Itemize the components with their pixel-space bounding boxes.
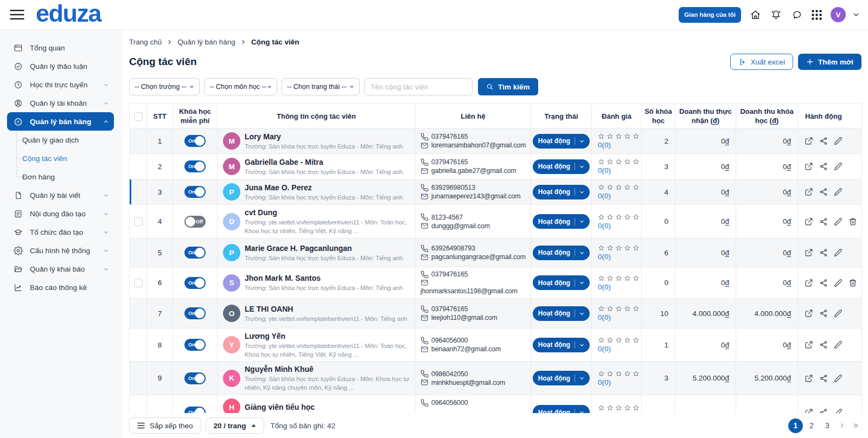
open-action-icon[interactable] [805, 374, 813, 383]
export-excel-button[interactable]: Xuất excel [730, 54, 793, 70]
open-action-icon[interactable] [805, 188, 813, 196]
sidebar-item-4[interactable]: Quản lý tài khoản [7, 94, 114, 112]
collaborator-name[interactable]: LE THI OANH [245, 304, 407, 314]
home-icon[interactable] [749, 9, 762, 21]
collaborator-name[interactable]: Lương Yến [245, 331, 411, 341]
open-action-icon[interactable] [805, 217, 813, 226]
breadcrumb-item[interactable]: Quản lý bán hàng [177, 38, 235, 46]
logo[interactable]: eduza [36, 1, 101, 29]
free-course-toggle[interactable]: On [184, 277, 206, 289]
next-page-icon[interactable] [836, 418, 848, 433]
share-action-icon[interactable] [819, 374, 828, 383]
rating-count-link[interactable]: 0(0) [598, 378, 639, 387]
edit-action-icon[interactable] [834, 248, 843, 257]
row-checkbox[interactable] [134, 217, 143, 226]
open-action-icon[interactable] [805, 279, 813, 287]
free-course-toggle[interactable]: On [184, 339, 206, 351]
open-action-icon[interactable] [805, 162, 813, 171]
sidebar-item-6[interactable]: Quản lý bài viết [7, 186, 114, 204]
sidebar-item-5[interactable]: Quản lý bán hàng [7, 112, 114, 131]
status-dropdown-button[interactable]: Hoạt động [533, 159, 590, 174]
user-avatar[interactable]: V [831, 7, 846, 22]
rating-count-link[interactable]: 0(0) [598, 192, 639, 200]
delete-action-icon[interactable] [848, 217, 857, 226]
status-dropdown-button[interactable]: Hoạt động [533, 214, 590, 229]
rating-count-link[interactable]: 0(0) [598, 345, 639, 353]
share-action-icon[interactable] [819, 248, 828, 257]
share-action-icon[interactable] [819, 188, 828, 196]
page-2-button[interactable]: 2 [805, 418, 819, 433]
collaborator-name[interactable]: Lory Mary [245, 132, 403, 141]
my-store-button[interactable]: Gian hàng của tôi [679, 7, 741, 23]
edit-action-icon[interactable] [834, 188, 843, 196]
sidebar-item-11[interactable]: Báo cáo thống kê [7, 278, 114, 297]
page-size-select[interactable]: 20 / trang [206, 417, 264, 434]
free-course-toggle[interactable]: On [184, 186, 206, 198]
share-action-icon[interactable] [819, 162, 828, 171]
sidebar-subitem[interactable]: Đơn hàng [7, 168, 114, 186]
sidebar-item-3[interactable]: Học thi trực tuyến [7, 75, 114, 94]
rating-count-link[interactable]: 0(0) [598, 222, 639, 230]
open-action-icon[interactable] [805, 340, 813, 349]
open-action-icon[interactable] [805, 248, 813, 257]
page-1-button[interactable]: 1 [788, 418, 803, 433]
edit-action-icon[interactable] [834, 340, 843, 349]
share-action-icon[interactable] [819, 279, 828, 287]
collaborator-name[interactable]: Jhon Mark M. Santos [245, 273, 403, 283]
subject-select[interactable]: -- Chọn môn học -- [204, 78, 277, 95]
sidebar-subitem[interactable]: Quản lý giao dịch [7, 131, 114, 149]
school-select[interactable]: -- Chọn trường -- [129, 78, 200, 95]
status-dropdown-button[interactable]: Hoạt động [533, 338, 590, 352]
collaborator-name[interactable]: Gabriella Gabe - Mitra [245, 157, 403, 167]
edit-action-icon[interactable] [834, 374, 843, 383]
collaborator-name[interactable]: Nguyễn Minh Khuê [245, 364, 411, 374]
search-button[interactable]: Tìm kiếm [478, 78, 538, 95]
collaborator-name[interactable]: cvt Dung [245, 208, 411, 217]
free-course-toggle[interactable]: On [184, 135, 206, 147]
sidebar-item-8[interactable]: Tổ chức đào tạo [7, 223, 114, 241]
status-dropdown-button[interactable]: Hoạt động [533, 275, 590, 290]
sidebar-item-2[interactable]: Quản lý thảo luận [7, 57, 114, 75]
menu-icon[interactable] [10, 9, 24, 20]
last-page-icon[interactable] [850, 418, 861, 433]
bell-icon[interactable] [770, 9, 782, 21]
rating-count-link[interactable]: 0(0) [598, 313, 639, 321]
status-dropdown-button[interactable]: Hoạt động [533, 246, 590, 260]
rating-count-link[interactable]: 0(0) [598, 253, 639, 261]
select-all-checkbox[interactable] [134, 112, 143, 121]
collaborator-name[interactable]: Marie Grace H. Pagcanlungan [245, 243, 403, 253]
add-new-button[interactable]: Thêm mới [798, 54, 861, 70]
open-action-icon[interactable] [805, 137, 813, 145]
chevron-down-icon[interactable] [852, 11, 860, 18]
share-action-icon[interactable] [819, 309, 828, 318]
status-dropdown-button[interactable]: Hoạt động [533, 306, 590, 321]
row-checkbox[interactable] [134, 279, 143, 287]
apps-grid-icon[interactable] [811, 10, 822, 20]
open-action-icon[interactable] [805, 309, 813, 318]
rating-count-link[interactable]: 0(0) [598, 283, 639, 291]
free-course-toggle[interactable]: Off [184, 216, 206, 228]
free-course-toggle[interactable]: On [184, 247, 206, 259]
free-course-toggle[interactable]: On [184, 372, 206, 384]
edit-action-icon[interactable] [834, 279, 843, 287]
sidebar-item-9[interactable]: Cấu hình hệ thống [7, 241, 114, 260]
collaborator-name[interactable]: Giảng viên tiểu học [245, 402, 315, 412]
share-action-icon[interactable] [819, 217, 828, 226]
status-dropdown-button[interactable]: Hoạt động [533, 185, 590, 199]
share-action-icon[interactable] [819, 137, 828, 145]
status-select[interactable]: -- Chọn trạng thái -- [282, 78, 360, 95]
status-dropdown-button[interactable]: Hoạt động [533, 371, 590, 385]
delete-action-icon[interactable] [848, 279, 857, 287]
free-course-toggle[interactable]: On [184, 307, 206, 319]
sidebar-item-7[interactable]: Nội dung đào tạo [7, 204, 114, 223]
status-dropdown-button[interactable]: Hoạt động [533, 134, 590, 149]
share-action-icon[interactable] [819, 340, 828, 349]
free-course-toggle[interactable]: On [184, 160, 206, 172]
collaborator-name[interactable]: Juna Mae O. Perez [245, 183, 403, 192]
edit-action-icon[interactable] [834, 309, 843, 318]
edit-action-icon[interactable] [834, 217, 843, 226]
edit-action-icon[interactable] [834, 162, 843, 171]
rating-count-link[interactable]: 0(0) [598, 166, 639, 175]
chat-icon[interactable] [790, 9, 803, 21]
page-3-button[interactable]: 3 [820, 418, 834, 433]
